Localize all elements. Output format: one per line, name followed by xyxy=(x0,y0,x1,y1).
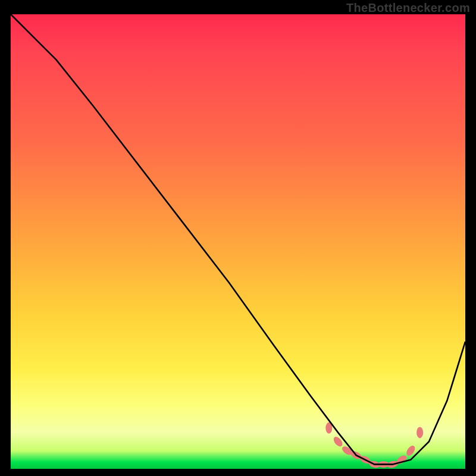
watermark-text: TheBottlenecker.com xyxy=(346,1,470,15)
chart-stage: TheBottlenecker.com xyxy=(0,0,476,476)
marker-dot xyxy=(416,427,423,438)
marker-dots xyxy=(325,422,423,469)
bottleneck-curve xyxy=(11,14,465,464)
chart-overlay xyxy=(11,14,465,469)
